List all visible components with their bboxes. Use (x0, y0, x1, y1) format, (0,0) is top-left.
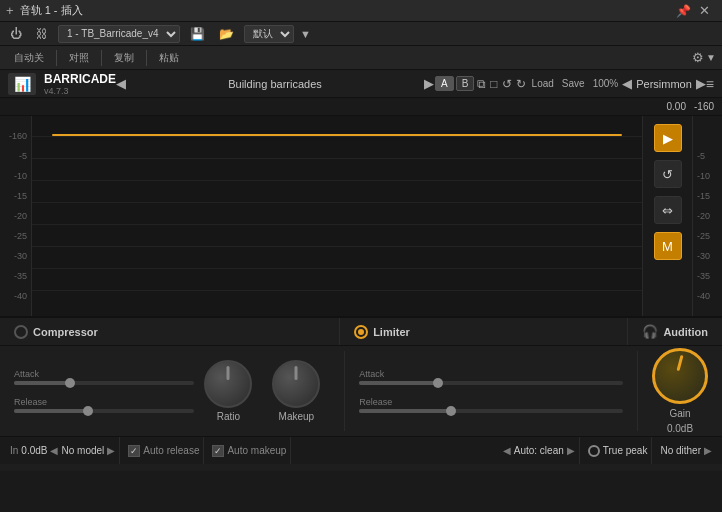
ratio-label: Ratio (217, 411, 240, 422)
rr-40: -40 (697, 286, 710, 306)
compressor-power-icon[interactable] (14, 325, 28, 339)
chain-icon[interactable]: ⛓ (32, 25, 52, 43)
preset-select[interactable]: 默认 (244, 25, 294, 43)
attack-row: Attack (14, 369, 194, 385)
limiter-release-slider[interactable] (359, 409, 623, 413)
limiter-controls: Attack Release (345, 369, 637, 413)
in-value: 0.0dB (21, 445, 47, 456)
save-button[interactable]: Save (558, 77, 589, 90)
preset-dropdown-icon: ▼ (300, 28, 311, 40)
grid-line-3 (32, 180, 642, 181)
true-peak-label: True peak (603, 445, 648, 456)
ruler-35: -35 (14, 266, 27, 286)
ratio-knob-container: Ratio (204, 360, 252, 422)
preset-next-button[interactable]: ▶ (424, 76, 434, 91)
display-next-button[interactable]: ▶ (696, 76, 706, 91)
auto-off-button[interactable]: 自动关 (6, 49, 52, 67)
paste-button[interactable]: 粘贴 (151, 49, 187, 67)
ab-b-button[interactable]: B (456, 76, 475, 91)
grid-line-1 (32, 136, 642, 137)
compressor-header: Compressor (0, 318, 340, 345)
attack-slider[interactable] (14, 381, 194, 385)
bottom-bar: In 0.0dB ◀ No model ▶ Auto release Auto … (0, 436, 722, 464)
redo-button[interactable]: ↻ (516, 77, 526, 91)
gain-label: Gain (669, 408, 690, 419)
ab-a-button[interactable]: A (435, 76, 454, 91)
dropdown-arrow-button[interactable]: ▼ (706, 52, 716, 63)
release-label: Release (14, 397, 194, 407)
vu-right-val: -160 (694, 101, 714, 112)
rr-15: -15 (697, 186, 710, 206)
makeup-knob-container: Makeup (272, 360, 320, 422)
no-dither-button[interactable]: ▶ (704, 445, 712, 456)
rr-5: -5 (697, 146, 705, 166)
main-display: -160 -5 -10 -15 -20 -25 -30 -35 -40 ▶ ↺ … (0, 116, 722, 316)
plugin-logo: 📊 (8, 73, 36, 95)
gain-value-display: 0.0dB (667, 423, 693, 434)
audition-label: Audition (663, 326, 708, 338)
track-select[interactable]: 1 - TB_Barricade_v4 (58, 25, 180, 43)
limiter-power-icon[interactable] (354, 325, 368, 339)
undo-display-button[interactable]: ↺ (654, 160, 682, 188)
release-slider[interactable] (14, 409, 194, 413)
no-dither-section: No dither ▶ (656, 437, 716, 464)
display-prev-button[interactable]: ◀ (622, 76, 632, 91)
auto-release-checkbox[interactable] (128, 445, 140, 457)
headphone-icon: 🎧 (642, 324, 658, 339)
power-button[interactable]: ⏻ (6, 25, 26, 43)
no-dither-value: No dither (660, 445, 701, 456)
preset-name-display: Building barricades (126, 78, 424, 90)
rr-10: -10 (697, 166, 710, 186)
compressor-sliders: Attack Release (14, 369, 194, 413)
undo-button[interactable]: ↺ (502, 77, 512, 91)
paste-ab-button[interactable]: □ (490, 77, 497, 91)
open-icon[interactable]: 📂 (215, 25, 238, 43)
ruler-40: -40 (14, 286, 27, 306)
in-section: In 0.0dB ◀ No model ▶ (6, 437, 120, 464)
compressor-label: Compressor (33, 326, 98, 338)
auto-clean-next-button[interactable]: ▶ (567, 445, 575, 456)
auto-clean-section: ◀ Auto: clean ▶ (499, 437, 580, 464)
copy-ab-button[interactable]: ⧉ (477, 77, 486, 91)
rr-20: -20 (697, 206, 710, 226)
ratio-knob[interactable] (204, 360, 252, 408)
play-button[interactable]: ▶ (654, 124, 682, 152)
limiter-attack-slider[interactable] (359, 381, 623, 385)
right-controls: ▶ ↺ ⇔ M (642, 116, 692, 316)
gain-knob[interactable] (652, 348, 708, 404)
add-icon[interactable]: + (6, 3, 14, 18)
pin-icon[interactable]: 📌 (676, 4, 691, 18)
in-prev-button[interactable]: ◀ (50, 445, 58, 456)
vu-left-val: 0.00 (667, 101, 686, 112)
preset-prev-button[interactable]: ◀ (116, 76, 126, 91)
true-peak-section: True peak (584, 437, 653, 464)
auto-clean-prev-button[interactable]: ◀ (503, 445, 511, 456)
display-preset: Persimmon (636, 78, 692, 90)
load-button[interactable]: Load (528, 77, 558, 90)
rr-25: -25 (697, 226, 710, 246)
hamburger-menu-button[interactable]: ≡ (706, 76, 714, 92)
copy-button[interactable]: 复制 (106, 49, 142, 67)
m-button[interactable]: M (654, 232, 682, 260)
vu-numbers-bar: 0.00 -160 (0, 98, 722, 116)
link-button[interactable]: ⇔ (654, 196, 682, 224)
auto-release-section: Auto release (124, 437, 204, 464)
threshold-line[interactable] (52, 134, 622, 136)
attack-label: Attack (14, 369, 194, 379)
grid-line-7 (32, 268, 642, 269)
limiter-header: Limiter (340, 318, 628, 345)
title-text: 音轨 1 - 插入 (20, 3, 676, 18)
in-next-button[interactable]: ▶ (107, 445, 115, 456)
grid-line-4 (32, 202, 642, 203)
pair-button[interactable]: 对照 (61, 49, 97, 67)
save-icon[interactable]: 💾 (186, 25, 209, 43)
settings-gear-button[interactable]: ⚙ (692, 50, 704, 65)
close-icon[interactable]: ✕ (699, 3, 710, 18)
true-peak-power-button[interactable] (588, 445, 600, 457)
rr-30: -30 (697, 246, 710, 266)
auto-makeup-checkbox[interactable] (212, 445, 224, 457)
makeup-knob[interactable] (272, 360, 320, 408)
compressor-controls: Attack Release Ratio (0, 360, 344, 422)
toolbar1: ⏻ ⛓ 1 - TB_Barricade_v4 💾 📂 默认 ▼ (0, 22, 722, 46)
ruler-25: -25 (14, 226, 27, 246)
